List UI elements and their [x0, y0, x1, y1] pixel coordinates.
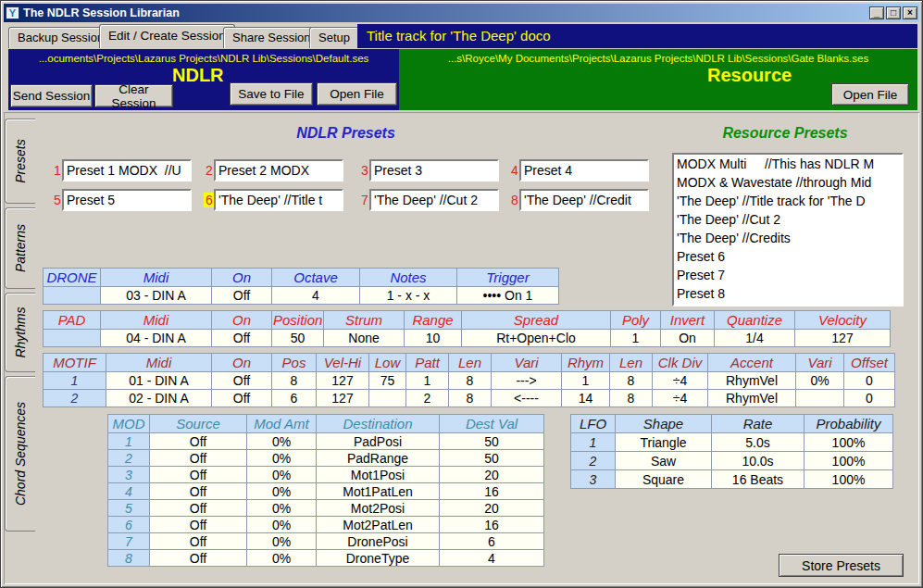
- cell[interactable]: <----: [492, 390, 562, 407]
- cell[interactable]: Rt+Open+Clo: [462, 330, 611, 347]
- cell[interactable]: RhymVel: [708, 372, 796, 390]
- cell[interactable]: Mot1PatLen: [317, 483, 440, 500]
- cell[interactable]: Off: [150, 433, 247, 450]
- cell[interactable]: 1: [562, 372, 610, 390]
- cell[interactable]: 100%: [805, 433, 893, 452]
- preset-field-1[interactable]: [62, 159, 192, 181]
- store-presets-button[interactable]: Store Presets: [779, 554, 904, 577]
- cell[interactable]: 0: [844, 390, 895, 407]
- cell[interactable]: Off: [212, 390, 272, 407]
- cell[interactable]: Off: [212, 287, 272, 305]
- cell[interactable]: DronePosi: [317, 533, 440, 550]
- cell[interactable]: 02 - DIN A: [106, 390, 212, 407]
- tab-backup-session[interactable]: Backup Session: [8, 27, 113, 48]
- list-item[interactable]: 'The Deep' //Credits: [674, 229, 902, 247]
- cell[interactable]: 0%: [247, 450, 317, 467]
- preset-field-4[interactable]: [519, 159, 649, 181]
- list-item[interactable]: MODX & Wavestate //through Mid: [674, 173, 902, 192]
- resource-open-file-button[interactable]: Open File: [831, 83, 909, 106]
- cell[interactable]: 1/4: [715, 330, 795, 347]
- cell[interactable]: 4: [440, 550, 544, 567]
- preset-field-7[interactable]: [369, 189, 499, 211]
- tab-edit-create-session[interactable]: Edit / Create Session: [99, 24, 235, 48]
- cell[interactable]: 2: [406, 390, 449, 407]
- cell[interactable]: Off: [212, 330, 272, 347]
- cell[interactable]: Triangle: [616, 433, 712, 452]
- cell[interactable]: 8: [449, 372, 492, 390]
- close-icon[interactable]: ×: [903, 6, 917, 19]
- cell[interactable]: 75: [369, 372, 406, 390]
- sidetab-patterns[interactable]: Patterns: [5, 207, 35, 289]
- tab-share-session[interactable]: Share Session: [223, 27, 320, 48]
- cell[interactable]: 0%: [247, 517, 317, 533]
- cell[interactable]: 8: [272, 372, 317, 390]
- cell[interactable]: •••• On 1: [457, 287, 559, 305]
- send-session-button[interactable]: Send Session: [10, 84, 93, 107]
- cell[interactable]: [796, 390, 844, 407]
- cell[interactable]: 100%: [805, 452, 893, 470]
- list-item[interactable]: 'The Deep' //Cut 2: [674, 210, 902, 229]
- cell[interactable]: PadRange: [317, 450, 440, 467]
- save-to-file-button[interactable]: Save to File: [230, 82, 313, 106]
- cell[interactable]: 0%: [247, 500, 317, 517]
- cell[interactable]: 1: [611, 330, 661, 347]
- cell[interactable]: 127: [317, 372, 369, 390]
- cell[interactable]: 0%: [247, 483, 317, 500]
- cell[interactable]: 20: [440, 467, 544, 483]
- cell[interactable]: 50: [440, 433, 544, 450]
- cell[interactable]: 16 Beats: [712, 470, 805, 489]
- list-item[interactable]: MODX Multi //This has NDLR M: [674, 155, 902, 173]
- sidetab-chord-sequences[interactable]: Chord Sequences: [5, 376, 35, 532]
- cell[interactable]: 6: [440, 533, 544, 550]
- cell[interactable]: 04 - DIN A: [101, 330, 212, 347]
- cell[interactable]: --->: [492, 372, 562, 390]
- cell[interactable]: Off: [150, 467, 247, 483]
- maximize-icon[interactable]: □: [886, 6, 901, 19]
- cell[interactable]: 0: [844, 372, 895, 390]
- cell[interactable]: Mot1Posi: [317, 467, 440, 483]
- cell[interactable]: 10: [405, 330, 462, 347]
- cell[interactable]: Mot2PatLen: [317, 517, 440, 533]
- cell[interactable]: Mot2Posi: [317, 500, 440, 517]
- cell[interactable]: [369, 390, 406, 407]
- cell[interactable]: Off: [150, 517, 247, 533]
- cell[interactable]: Off: [150, 500, 247, 517]
- cell[interactable]: 8: [449, 390, 492, 407]
- list-item[interactable]: Preset 7: [674, 266, 902, 284]
- cell[interactable]: Off: [212, 372, 272, 390]
- cell[interactable]: DroneType: [317, 550, 440, 567]
- cell[interactable]: ÷4: [653, 372, 708, 390]
- cell[interactable]: RhymVel: [708, 390, 796, 407]
- preset-field-2[interactable]: [214, 159, 343, 181]
- cell[interactable]: 0%: [247, 533, 317, 550]
- cell[interactable]: 6: [272, 390, 317, 407]
- list-item[interactable]: Preset 6: [674, 247, 902, 266]
- cell[interactable]: 127: [795, 330, 891, 347]
- clear-session-button[interactable]: Clear Session: [94, 84, 173, 107]
- list-item[interactable]: Preset 8: [674, 284, 902, 303]
- cell[interactable]: 4: [272, 287, 360, 305]
- cell[interactable]: 0%: [796, 372, 844, 390]
- cell[interactable]: 01 - DIN A: [106, 372, 212, 390]
- resource-presets-list[interactable]: MODX Multi //This has NDLR MMODX & Waves…: [672, 153, 904, 307]
- preset-field-6[interactable]: [214, 189, 343, 211]
- list-item[interactable]: 'The Deep' //Title track for 'The D: [674, 192, 902, 210]
- tab-setup[interactable]: Setup: [309, 27, 359, 48]
- sidetab-presets[interactable]: Presets: [5, 119, 35, 204]
- cell[interactable]: 8: [610, 390, 653, 407]
- cell[interactable]: 20: [440, 500, 544, 517]
- cell[interactable]: 1 - x - x: [360, 287, 457, 305]
- cell[interactable]: 16: [440, 483, 544, 500]
- minimize-icon[interactable]: _: [869, 6, 884, 19]
- cell[interactable]: Off: [150, 533, 247, 550]
- cell[interactable]: None: [324, 330, 405, 347]
- cell[interactable]: 5.0s: [712, 433, 805, 452]
- cell[interactable]: Off: [150, 550, 247, 567]
- cell[interactable]: 127: [317, 390, 369, 407]
- cell[interactable]: 03 - DIN A: [101, 287, 212, 305]
- cell[interactable]: Square: [616, 470, 712, 489]
- preset-field-5[interactable]: [62, 189, 192, 211]
- cell[interactable]: 8: [610, 372, 653, 390]
- preset-field-8[interactable]: [519, 189, 649, 211]
- cell[interactable]: 10.0s: [712, 452, 805, 470]
